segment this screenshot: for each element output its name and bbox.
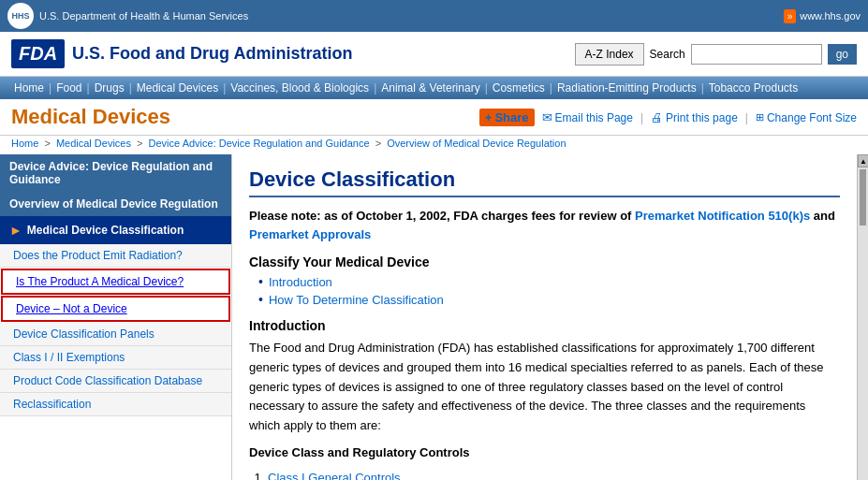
nav-tobacco[interactable]: Tobacco Products (704, 81, 802, 95)
font-label: Change Font Size (767, 111, 857, 124)
sidebar-active-item[interactable]: Overview of Medical Device Regulation (0, 192, 231, 216)
intro-title: Introduction (249, 318, 840, 333)
notice-box: Please note: as of October 1, 2002, FDA … (249, 207, 840, 243)
search-label: Search (650, 48, 685, 61)
hhs-website[interactable]: www.hhs.gov (800, 10, 861, 22)
hhs-bar: HHS U.S. Department of Health & Human Se… (0, 0, 868, 32)
sidebar-section-header: Device Advice: Device Regulation and Gui… (0, 154, 231, 192)
font-icon: ⊞ (756, 111, 764, 124)
nav-home[interactable]: Home (9, 81, 49, 95)
notice-text-prefix: Please note: as of October 1, 2002, FDA … (249, 209, 635, 223)
nav-drugs[interactable]: Drugs (90, 81, 129, 95)
main-layout: Device Advice: Device Regulation and Gui… (0, 154, 868, 480)
breadcrumb: Home > Medical Devices > Device Advice: … (0, 136, 868, 154)
scrollbar[interactable]: ▲ ▼ (857, 154, 868, 480)
classify-title: Classify Your Medical Device (249, 255, 840, 269)
page-actions: + Share ✉ Email this Page | 🖨 Print this… (479, 109, 857, 126)
search-go-button[interactable]: go (828, 44, 857, 65)
premarket-approvals-link[interactable]: Premarket Approvals (249, 227, 371, 241)
fda-search-area: A-Z Index Search go (575, 43, 857, 65)
sidebar-item-not-device[interactable]: Device – Not a Device (1, 296, 230, 322)
nav-vaccines[interactable]: Vaccines, Blood & Biologics (226, 81, 374, 95)
page-header: Medical Devices + Share ✉ Email this Pag… (0, 99, 868, 136)
fda-title: U.S. Food and Drug Administration (72, 44, 352, 64)
classify-links: Introduction How To Determine Classifica… (249, 275, 840, 307)
sidebar-item-class-exemptions[interactable]: Class I / II Exemptions (0, 346, 231, 370)
classify-intro-link[interactable]: Introduction (258, 275, 840, 289)
class-list: Class I General Controls With Exemptions (268, 469, 840, 480)
print-page-link[interactable]: 🖨 Print this page (651, 110, 738, 124)
intro-para: The Food and Drug Administration (FDA) h… (249, 339, 840, 436)
class-i-item: Class I General Controls With Exemptions (268, 469, 840, 480)
intro-section: The Food and Drug Administration (FDA) h… (249, 339, 840, 480)
sidebar-item-classification-panels[interactable]: Device Classification Panels (0, 323, 231, 346)
fda-badge[interactable]: FDA (11, 39, 65, 68)
hhs-arrow-icon: » (784, 9, 797, 23)
nav-cosmetics[interactable]: Cosmetics (488, 81, 550, 95)
sidebar-arrow-icon: ► (9, 223, 22, 238)
notice-and: and (810, 209, 835, 223)
nav-animal[interactable]: Animal & Veterinary (376, 81, 484, 95)
scroll-up-arrow[interactable]: ▲ (858, 154, 868, 167)
email-page-link[interactable]: ✉ Email this Page (542, 110, 633, 124)
scroll-thumb[interactable] (860, 169, 866, 225)
class-i-label[interactable]: Class I General Controls (268, 471, 401, 480)
device-class-title: Device Class and Regulatory Controls (249, 444, 840, 463)
breadcrumb-device-advice[interactable]: Device Advice: Device Regulation and Gui… (149, 138, 370, 149)
hhs-left: HHS U.S. Department of Health & Human Se… (7, 3, 248, 29)
sidebar-item-product-code[interactable]: Product Code Classification Database (0, 370, 231, 393)
print-icon: 🖨 (651, 110, 663, 124)
sidebar-item-medical-device[interactable]: Is The Product A Medical Device? (1, 269, 230, 295)
sidebar-item-radiation[interactable]: Does the Product Emit Radiation? (0, 244, 231, 268)
fda-header: FDA U.S. Food and Drug Administration A-… (0, 32, 868, 77)
premarket-notification-link[interactable]: Premarket Notification 510(k)s (635, 209, 810, 223)
email-label: Email this Page (555, 111, 633, 124)
search-input[interactable] (691, 44, 822, 65)
hhs-logo: HHS (7, 3, 34, 29)
hhs-title: U.S. Department of Health & Human Servic… (39, 10, 248, 22)
nav-food[interactable]: Food (51, 81, 86, 95)
page-title: Medical Devices (11, 105, 170, 129)
az-index-button[interactable]: A-Z Index (575, 43, 644, 65)
sidebar-item-reclassification[interactable]: Reclassification (0, 393, 231, 416)
content-heading: Device Classification (249, 167, 840, 197)
breadcrumb-overview[interactable]: Overview of Medical Device Regulation (387, 138, 566, 149)
sidebar: Device Advice: Device Regulation and Gui… (0, 154, 232, 480)
hhs-right: » www.hhs.gov (784, 9, 861, 23)
breadcrumb-home[interactable]: Home (11, 138, 38, 149)
email-icon: ✉ (542, 110, 552, 124)
sidebar-group-header[interactable]: ► Medical Device Classification (0, 216, 231, 244)
breadcrumb-medical-devices[interactable]: Medical Devices (56, 138, 131, 149)
classify-how-link[interactable]: How To Determine Classification (258, 293, 840, 307)
share-button[interactable]: + Share (479, 109, 535, 126)
font-size-link[interactable]: ⊞ Change Font Size (756, 111, 857, 124)
share-label: Share (494, 110, 528, 124)
fda-logo: FDA U.S. Food and Drug Administration (11, 39, 352, 68)
nav-bar: Home | Food | Drugs | Medical Devices | … (0, 77, 868, 99)
nav-radiation[interactable]: Radiation-Emitting Products (552, 81, 701, 95)
content-area: Device Classification Please note: as of… (232, 154, 857, 480)
nav-medical-devices[interactable]: Medical Devices (132, 81, 223, 95)
print-label: Print this page (666, 111, 738, 124)
